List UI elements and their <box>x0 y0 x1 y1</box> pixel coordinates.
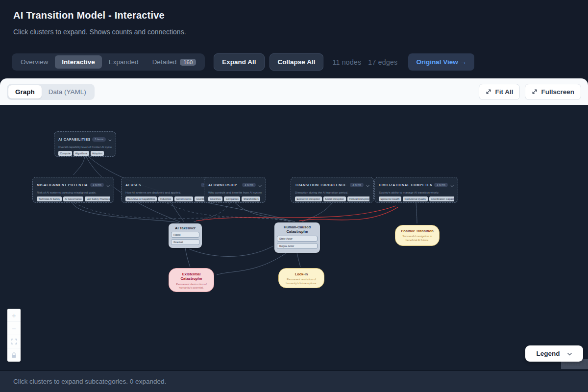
view-tabgroup: Overview Interactive Expanded Detailed 1… <box>12 53 205 71</box>
main-toolbar: Overview Interactive Expanded Detailed 1… <box>12 53 576 71</box>
detailed-count-badge: 160 <box>180 59 196 66</box>
zoom-controls: + − <box>7 309 21 362</box>
tag-chip: Technical AI Safety <box>37 196 62 201</box>
tag-chip: Governments <box>174 196 193 201</box>
tag-chip: Industries <box>158 196 173 201</box>
tag-chip: Recursive AI Capabilities <box>125 196 157 201</box>
node-positive-transition[interactable]: Positive Transition Successful navigatio… <box>395 225 440 246</box>
panel-header-actions: Fit All Fullscreen <box>479 84 581 100</box>
chevron-down-icon <box>366 180 369 189</box>
subnode-rapid[interactable]: Rapid <box>171 232 199 238</box>
tag-chip: Political Disruption <box>347 196 369 201</box>
subnode-state-actor[interactable]: State Actor <box>277 236 318 242</box>
item-count-badge: 3 items <box>90 183 104 187</box>
tab-data-yaml[interactable]: Data (YAML) <box>42 85 93 98</box>
cluster-transition-turbulence[interactable]: TRANSITION TURBULENCE 3 items Disruption… <box>291 177 374 203</box>
cluster-misalignment-potential[interactable]: MISALIGNMENT POTENTIAL 3 items Risk of A… <box>32 177 114 203</box>
graph-panel-header: Graph Data (YAML) Fit All Fullscreen <box>0 78 588 105</box>
item-count-badge: 3 items <box>434 183 448 187</box>
fit-view-button[interactable] <box>7 335 21 348</box>
tab-expanded[interactable]: Expanded <box>102 55 146 69</box>
lock-icon <box>11 352 17 358</box>
chevron-down-icon <box>258 180 262 189</box>
tab-overview[interactable]: Overview <box>14 55 55 69</box>
node-lock-in[interactable]: Lock-in Permanent restriction of humanit… <box>278 268 324 288</box>
page-title: AI Transition Model - Interactive <box>13 10 165 21</box>
chevron-down-icon <box>108 135 112 144</box>
node-ai-takeover[interactable]: AI Takeover Rapid Gradual <box>169 223 202 248</box>
tag-chip: Companies <box>224 196 240 201</box>
status-bar: Click clusters to expand subcategories. … <box>0 370 588 392</box>
graph-panel: Graph Data (YAML) Fit All Fullscreen <box>0 78 588 370</box>
cluster-civilizational-competence[interactable]: CIVILIZATIONAL COMPETENCE 3 items Societ… <box>374 177 458 203</box>
tag-chip: Compute <box>58 151 72 156</box>
tag-chip: Coordination Capacity <box>429 196 454 201</box>
tag-chip: Countries <box>208 196 222 201</box>
lock-button[interactable] <box>7 348 21 362</box>
tag-chip: Adoption <box>91 151 104 156</box>
tab-detailed[interactable]: Detailed 160 <box>146 55 203 69</box>
tag-chip: Epistemic Health <box>379 196 401 201</box>
tag-chip: Institutional Quality <box>403 196 428 201</box>
fit-all-button[interactable]: Fit All <box>479 84 520 100</box>
subnode-gradual[interactable]: Gradual <box>171 239 199 245</box>
original-view-button[interactable]: Original View → <box>408 53 474 71</box>
page-subtitle: Click clusters to expand. Shows counts a… <box>13 28 186 36</box>
fullscreen-button[interactable]: Fullscreen <box>525 84 581 100</box>
minus-icon: − <box>12 324 16 333</box>
chevron-down-icon <box>450 180 454 189</box>
fit-view-icon <box>11 339 17 344</box>
tag-chip: Lab Safety Practices <box>85 196 110 201</box>
node-human-caused-catastrophe[interactable]: Human-Caused Catastrophe State Actor Rog… <box>274 222 320 253</box>
item-count-badge: 3 items <box>350 183 364 187</box>
expand-diagonal-icon <box>486 89 491 95</box>
app-window: AI Transition Model - Interactive Click … <box>0 0 588 392</box>
expand-all-button[interactable]: Expand All <box>214 53 264 71</box>
tab-graph[interactable]: Graph <box>8 85 42 98</box>
plus-icon: + <box>12 311 16 319</box>
item-count-badge: 3 items <box>92 137 106 142</box>
status-text: Click clusters to expand subcategories. … <box>13 378 166 385</box>
cluster-ai-ownership[interactable]: AI OWNERSHIP 3 items Who controls and be… <box>204 177 266 203</box>
item-count-badge: 3 items <box>242 183 256 187</box>
tag-chip: Shareholders <box>242 196 260 201</box>
nodes-count: 11 nodes <box>332 58 361 66</box>
chevron-down-icon <box>106 180 110 189</box>
legend-button[interactable]: Legend <box>525 345 583 362</box>
collapse-all-button[interactable]: Collapse All <box>270 53 324 71</box>
tag-chip: Social Disruption <box>323 196 346 201</box>
zoom-in-button[interactable]: + <box>7 309 21 322</box>
panel-tabgroup: Graph Data (YAML) <box>7 84 95 100</box>
tab-interactive[interactable]: Interactive <box>55 55 102 69</box>
graph-canvas[interactable]: AI CAPABILITIES 3 items Overall capabili… <box>0 105 588 370</box>
fullscreen-icon <box>532 89 538 95</box>
edges-count: 17 edges <box>368 58 397 66</box>
subnode-rogue-actor[interactable]: Rogue Actor <box>277 243 318 249</box>
node-existential-catastrophe[interactable]: Existential Catastrophe Permanent destru… <box>169 268 214 292</box>
tag-chip: Economic Disruption <box>295 196 322 201</box>
chevron-down-icon <box>567 350 572 357</box>
tag-chip: Algorithms <box>74 151 89 156</box>
zoom-out-button[interactable]: − <box>7 322 21 335</box>
cluster-ai-capabilities[interactable]: AI CAPABILITIES 3 items Overall capabili… <box>54 131 116 157</box>
tag-chip: AI Governance <box>63 196 84 201</box>
